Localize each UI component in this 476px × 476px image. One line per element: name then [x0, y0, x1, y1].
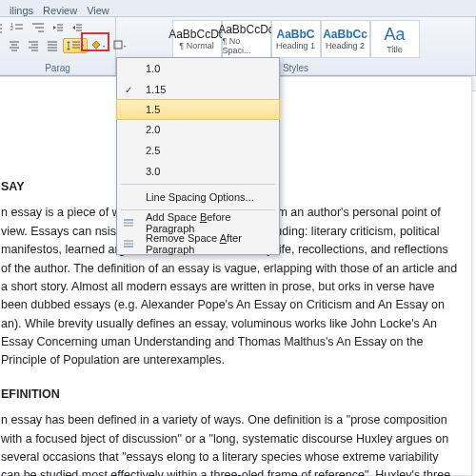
line-spacing-button[interactable]: [63, 38, 88, 53]
style-heading2[interactable]: AaBbCcHeading 2: [321, 20, 370, 58]
style-title[interactable]: AaTitle: [370, 20, 420, 58]
align-left-button[interactable]: [0, 38, 4, 53]
styles-group-label: Styles: [283, 63, 308, 73]
spacing-option-1.15[interactable]: ✓1.15: [117, 79, 279, 100]
paragraph-group: 12 Parag: [0, 17, 116, 75]
ribbon-tabbar: ilings Review View: [0, 0, 476, 17]
style-no-spacing[interactable]: AaBbCcDc¶ No Spaci...: [222, 20, 271, 58]
shading-button[interactable]: [89, 38, 109, 53]
spacing-option-1.0[interactable]: 1.0: [117, 58, 279, 79]
paragraph-group-label: Parag: [45, 63, 70, 73]
tab-mailings[interactable]: ilings: [10, 5, 33, 16]
numbering-button[interactable]: 12: [8, 20, 27, 35]
menu-separator: [121, 184, 275, 185]
spacing-option-3.0[interactable]: 3.0: [117, 161, 279, 182]
line-spacing-options[interactable]: Line Spacing Options...: [117, 187, 279, 208]
tab-review[interactable]: Review: [43, 5, 77, 16]
add-space-before[interactable]: Add Space Before Paragraph: [117, 212, 279, 233]
spacing-option-1.5[interactable]: 1.5: [116, 99, 280, 120]
style-normal[interactable]: AaBbCcDc¶ Normal: [172, 20, 222, 58]
spacing-option-2.0[interactable]: 2.0: [117, 119, 279, 140]
line-spacing-dropdown: 1.0 ✓1.15 1.5 2.0 2.5 3.0 Line Spacing O…: [116, 57, 280, 255]
increase-indent-button[interactable]: [69, 20, 86, 35]
spacing-option-2.5[interactable]: 2.5: [117, 140, 279, 161]
align-center-button[interactable]: [6, 38, 23, 53]
paragraph-2: n essay has been defined in a variety of…: [1, 411, 458, 476]
align-right-button[interactable]: [25, 38, 42, 53]
decrease-indent-button[interactable]: [50, 20, 67, 35]
heading-definition: EFINITION: [1, 386, 458, 404]
add-space-before-icon: [117, 216, 140, 229]
tab-view[interactable]: View: [87, 5, 109, 16]
bullets-button[interactable]: [0, 20, 6, 35]
check-icon: ✓: [117, 85, 140, 95]
remove-space-after[interactable]: Remove Space After Paragraph: [117, 233, 279, 254]
multilevel-list-button[interactable]: [29, 20, 48, 35]
remove-space-after-icon: [117, 237, 140, 250]
menu-separator: [121, 209, 275, 210]
justify-button[interactable]: [44, 38, 61, 53]
svg-text:2: 2: [10, 26, 13, 31]
style-heading1[interactable]: AaBbCHeading 1: [271, 20, 321, 58]
